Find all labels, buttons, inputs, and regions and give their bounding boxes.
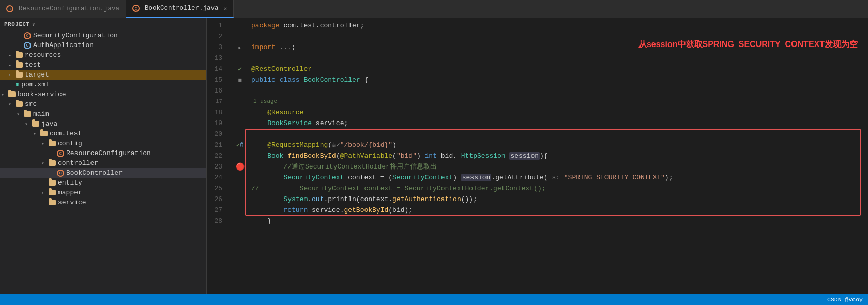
editor[interactable]: 1 2 3 13 14 15 16 17 18 19 20 21 22 23 2…: [207, 18, 868, 294]
chevron-icon: [33, 131, 40, 137]
folder-icon: [49, 200, 56, 205]
chevron-icon: [8, 101, 16, 108]
sidebar-item-label: entity: [58, 179, 82, 187]
error-icon-23: 🔴: [236, 162, 245, 171]
tab-label-book: BookController.java: [145, 5, 219, 12]
sidebar-item-book-service[interactable]: book-service: [0, 89, 206, 99]
code-line-16: [251, 85, 868, 96]
tab-label-resource: ResourceConfiguration.java: [19, 5, 119, 12]
tab-resource[interactable]: C ResourceConfiguration.java: [0, 0, 126, 18]
folder-icon: [16, 72, 23, 78]
line-numbers: 1 2 3 13 14 15 16 17 18 19 20 21 22 23 2…: [207, 18, 233, 294]
class-icon: C: [57, 150, 64, 157]
sidebar-item-service[interactable]: service: [0, 197, 206, 207]
code-line-18: BookService service;: [251, 118, 868, 129]
code-line-26: return service.getBookById(bid);: [251, 205, 868, 216]
sidebar-item-label: com.test: [50, 130, 82, 138]
sidebar-item-label: java: [41, 120, 57, 128]
code-line-25: System.out.println(context.getAuthentica…: [251, 194, 868, 205]
tab-bar: C ResourceConfiguration.java C BookContr…: [0, 0, 868, 18]
folder-icon: [49, 190, 56, 195]
sidebar-item-target[interactable]: target: [0, 70, 206, 80]
folder-icon: [49, 180, 56, 186]
sidebar-item-auth-application[interactable]: C AuthApplication: [0, 40, 206, 50]
sidebar-item-main[interactable]: main: [0, 109, 206, 119]
folder-icon: [24, 111, 31, 117]
chevron-icon: [25, 121, 32, 127]
chevron-icon: [41, 141, 49, 147]
sidebar-item-label: config: [58, 140, 82, 147]
class-icon-blue: C: [24, 42, 31, 49]
sidebar-item-label: service: [58, 199, 86, 206]
folder-icon: [16, 52, 23, 58]
sidebar-title: Project: [4, 21, 30, 27]
chevron-icon: [41, 160, 49, 166]
csdn-label: CSDN @vcoy: [827, 296, 863, 303]
m-icon: m: [16, 81, 19, 88]
sidebar-item-label: AuthApplication: [33, 41, 94, 49]
sidebar-item-mapper[interactable]: mapper: [0, 188, 206, 197]
collapse-icon: ▸: [238, 43, 242, 52]
sidebar-item-label: main: [33, 110, 49, 118]
tab-close-book[interactable]: ✕: [224, 5, 227, 12]
code-line-1: package com.test.controller;: [251, 20, 868, 31]
sidebar-item-entity[interactable]: entity: [0, 178, 206, 188]
sidebar-item-label: target: [25, 71, 49, 79]
code-line-24: // SecurityContext context = SecurityCon…: [251, 183, 868, 194]
code-line-27: }: [251, 216, 868, 226]
code-line-17-hint: 1 usage: [251, 96, 868, 107]
sidebar-item-resources[interactable]: resources: [0, 50, 206, 60]
chevron-icon: [17, 111, 24, 117]
sidebar-item-label: pom.xml: [21, 81, 50, 88]
sidebar-item-label: ResourceConfiguration: [66, 149, 151, 157]
folder-icon: [8, 91, 16, 97]
at-icon-21: @: [240, 142, 243, 148]
code-line-23: SecurityContext context = (SecurityConte…: [251, 172, 868, 183]
status-bar: CSDN @vcoy: [0, 294, 868, 305]
tab-icon-resource: C: [6, 5, 13, 12]
usage-hint: 1 usage: [251, 96, 277, 107]
sidebar-item-java[interactable]: java: [0, 119, 206, 129]
folder-icon: [32, 121, 39, 127]
main-layout: Project ∨ C SecurityConfiguration C Auth…: [0, 18, 868, 294]
sidebar-item-label: test: [25, 61, 41, 69]
chevron-icon: [41, 190, 49, 196]
chevron-icon: [1, 91, 8, 98]
check-icon-15: ◼: [238, 76, 241, 84]
class-icon: C: [57, 170, 64, 177]
chevron-icon: [8, 52, 16, 58]
sidebar-item-com-test[interactable]: com.test: [0, 129, 206, 139]
sidebar-item-label: BookController: [66, 169, 123, 177]
sidebar-item-label: controller: [58, 159, 98, 167]
sidebar-item-config[interactable]: config: [0, 139, 206, 148]
sidebar-item-pom[interactable]: m pom.xml: [0, 80, 206, 89]
tab-icon-book: C: [132, 5, 140, 12]
code-area: 1 2 3 13 14 15 16 17 18 19 20 21 22 23 2…: [207, 18, 868, 294]
code-line-17: @Resource: [251, 107, 868, 118]
code-line-19: [251, 129, 868, 140]
class-icon-orange: C: [24, 32, 31, 39]
sidebar-item-resource-configuration[interactable]: C ResourceConfiguration: [0, 148, 206, 158]
chevron-icon: [8, 62, 16, 68]
folder-icon: [49, 160, 56, 166]
sidebar-item-security-configuration[interactable]: C SecurityConfiguration: [0, 30, 206, 40]
sidebar-item-test[interactable]: test: [0, 60, 206, 70]
check-icon-21: ✔: [236, 142, 240, 148]
sidebar-item-label: book-service: [18, 90, 66, 98]
code-line-3: import ...;: [251, 42, 868, 53]
sidebar-item-src[interactable]: src: [0, 99, 206, 109]
code-line-15: public class BookController {: [251, 74, 868, 85]
tab-book[interactable]: C BookController.java ✕: [126, 0, 234, 18]
sidebar-item-label: SecurityConfiguration: [33, 32, 118, 39]
sidebar: Project ∨ C SecurityConfiguration C Auth…: [0, 18, 207, 294]
code-line-22: //通过SecurityContextHolder将用户信息取出: [251, 161, 868, 172]
chevron-icon: [8, 72, 16, 78]
sidebar-header: Project ∨: [0, 18, 206, 30]
code-line-20: @RequestMapping(☕✓"/book/{bid}"): [251, 140, 868, 150]
sidebar-item-controller[interactable]: controller: [0, 158, 206, 168]
code-line-2: [251, 31, 868, 42]
sidebar-chevron-icon: ∨: [32, 21, 36, 27]
sidebar-item-book-controller[interactable]: C BookController: [0, 168, 206, 178]
code-line-13: [251, 53, 868, 64]
code-line-21: Book findBookById(@PathVariable("bid") i…: [251, 150, 868, 161]
